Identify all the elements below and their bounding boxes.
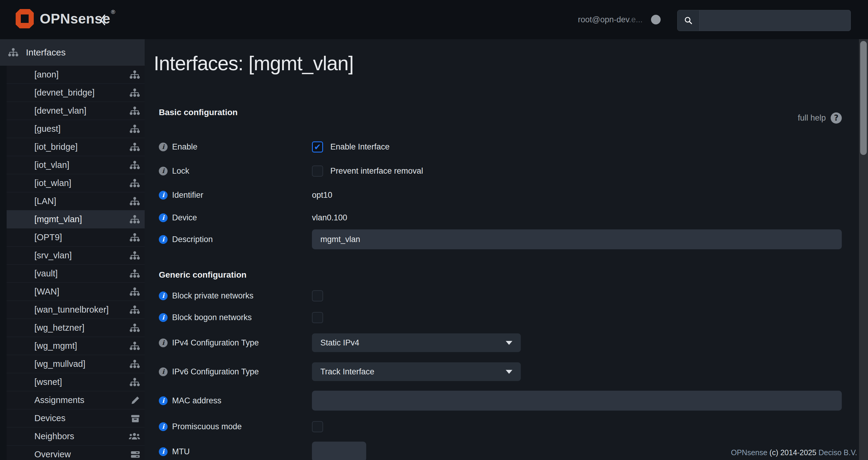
mac-address-input[interactable] [312, 391, 842, 410]
logged-in-user[interactable]: root@opn-dev.e... [578, 15, 643, 24]
sitemap-icon [129, 88, 140, 97]
info-icon[interactable]: i [159, 191, 167, 200]
sitemap-icon [8, 48, 19, 57]
checkbox-checked-enable[interactable]: ✔ [312, 142, 323, 153]
mtu-input[interactable] [312, 441, 366, 460]
field-control: Track Interface [312, 362, 842, 381]
sidebar-collapse-icon[interactable] [99, 14, 106, 26]
field-label-text: IPv6 Configuration Type [172, 367, 259, 376]
sidebar-item-opt9[interactable]: [OPT9] [7, 228, 145, 247]
description-input[interactable] [312, 229, 842, 249]
field-control: vlan0.100 [312, 213, 842, 222]
full-help-label: full help [798, 113, 826, 123]
section-heading-row: Basic configurationfull help? [159, 107, 842, 118]
form-row-identifier: iIdentifieropt10 [159, 183, 842, 207]
info-icon[interactable]: i [159, 367, 167, 376]
field-label-device: iDevice [159, 213, 312, 222]
info-icon[interactable]: i [159, 422, 167, 431]
info-icon[interactable]: i [159, 339, 167, 347]
sitemap-icon [129, 197, 140, 206]
info-icon[interactable]: i [159, 313, 167, 322]
scrollbar[interactable] [859, 39, 868, 460]
form-row-block-bogon-networks: iBlock bogon networks [159, 307, 842, 328]
sidebar-item-neighbors[interactable]: Neighbors [7, 427, 145, 446]
sidebar-item-wan[interactable]: [WAN] [7, 283, 145, 301]
server-icon [130, 450, 140, 459]
sidebar-item-iot-wlan[interactable]: [iot_wlan] [7, 174, 145, 192]
sidebar-item-iot-bridge[interactable]: [iot_bridge] [7, 138, 145, 156]
ipv6-configuration-type-select[interactable]: Track Interface [312, 362, 521, 381]
footer-copyright: OPNsense (c) 2014-2025 Deciso B.V. [731, 448, 857, 457]
sidebar-section-label: Interfaces [26, 47, 66, 58]
info-icon[interactable]: i [159, 447, 167, 456]
info-icon[interactable]: i [159, 213, 167, 222]
field-label-text: Description [172, 235, 213, 244]
footer-company-link[interactable]: Deciso B.V. [818, 448, 857, 457]
sidebar-item-label: [OPT9] [34, 233, 129, 242]
sidebar-item-wg-mgmt[interactable]: [wg_mgmt] [7, 337, 145, 355]
sidebar-item-devices[interactable]: Devices [7, 409, 145, 427]
field-label-text: MAC address [172, 396, 221, 405]
sidebar-item-label: [vault] [34, 269, 129, 279]
sidebar-item-wan-tunnelbroker[interactable]: [wan_tunnelbroker] [7, 301, 145, 319]
sidebar-item-wg-mullvad[interactable]: [wg_mullvad] [7, 355, 145, 373]
sidebar-section-interfaces[interactable]: Interfaces [0, 39, 145, 66]
field-label-mac-address: iMAC address [159, 396, 312, 405]
field-label-text: Lock [172, 166, 189, 176]
sitemap-icon [129, 70, 140, 79]
form-row-mac-address: iMAC address [159, 386, 842, 415]
form-row-ipv6-configuration-type: iIPv6 Configuration TypeTrack Interface [159, 357, 842, 386]
field-label-text: Promiscuous mode [172, 422, 242, 431]
main-content: Interfaces: [mgmt_vlan] Basic configurat… [145, 39, 859, 460]
checkbox-block-private-networks[interactable] [312, 290, 323, 301]
field-control [312, 391, 842, 410]
sidebar-item-label: [wg_mullvad] [34, 359, 129, 369]
sidebar-item-label: [srv_vlan] [34, 250, 129, 260]
sidebar-item-lan[interactable]: [LAN] [7, 192, 145, 210]
checkbox-label: Enable Interface [330, 142, 390, 152]
field-control [312, 290, 842, 301]
info-icon[interactable]: i [159, 235, 167, 244]
sitemap-icon [129, 378, 140, 387]
sidebar-item-vault[interactable]: [vault] [7, 265, 145, 283]
sidebar-item-assignments[interactable]: Assignments [7, 391, 145, 409]
opnsense-logo-hole [21, 14, 29, 23]
field-label-ipv4-configuration-type: iIPv4 Configuration Type [159, 338, 312, 347]
form-row-description: iDescription [159, 228, 842, 250]
interface-settings-form: Basic configurationfull help?iEnable✔Ena… [145, 107, 859, 460]
footer-brand-link[interactable]: OPNsense [731, 448, 767, 457]
sidebar-item-overview[interactable]: Overview [7, 446, 145, 460]
field-label-mtu: iMTU [159, 447, 312, 456]
checkbox-block-bogon-networks[interactable] [312, 312, 323, 323]
sidebar-item-anon[interactable]: [anon] [7, 66, 145, 84]
info-icon[interactable]: i [159, 143, 167, 151]
info-icon[interactable]: i [159, 292, 167, 300]
checkbox-promiscuous-mode[interactable] [312, 421, 323, 432]
sitemap-icon [129, 360, 140, 369]
scrollbar-thumb[interactable] [860, 41, 867, 155]
search-input[interactable] [700, 10, 850, 31]
form-row-lock: iLockPrevent interface removal [159, 159, 842, 183]
ipv4-configuration-type-select[interactable]: Static IPv4 [312, 333, 521, 352]
sidebar-item-mgmt-vlan[interactable]: [mgmt_vlan] [7, 210, 145, 228]
sidebar-item-wg-hetzner[interactable]: [wg_hetzner] [7, 319, 145, 337]
sitemap-icon [129, 324, 140, 333]
full-help-toggle[interactable]: full help? [798, 113, 842, 124]
sitemap-icon [129, 251, 140, 260]
field-control: opt10 [312, 190, 842, 200]
sidebar-item-guest[interactable]: [guest] [7, 120, 145, 138]
form-row-promiscuous-mode: iPromiscuous mode [159, 415, 842, 438]
checkbox-lock[interactable] [312, 165, 323, 177]
search-icon[interactable] [678, 10, 700, 31]
sidebar-item-srv-vlan[interactable]: [srv_vlan] [7, 247, 145, 265]
info-icon[interactable]: i [159, 167, 167, 176]
sidebar-item-iot-vlan[interactable]: [iot_vlan] [7, 156, 145, 174]
section-heading-generic-configuration: Generic configuration [159, 270, 247, 280]
info-icon[interactable]: i [159, 396, 167, 405]
sidebar-item-devnet-bridge[interactable]: [devnet_bridge] [7, 84, 145, 102]
sidebar-item-wsnet[interactable]: [wsnet] [7, 373, 145, 391]
sitemap-icon [129, 269, 140, 278]
sidebar-item-devnet-vlan[interactable]: [devnet_vlan] [7, 102, 145, 120]
avatar[interactable] [651, 15, 661, 24]
field-label-description: iDescription [159, 235, 312, 244]
